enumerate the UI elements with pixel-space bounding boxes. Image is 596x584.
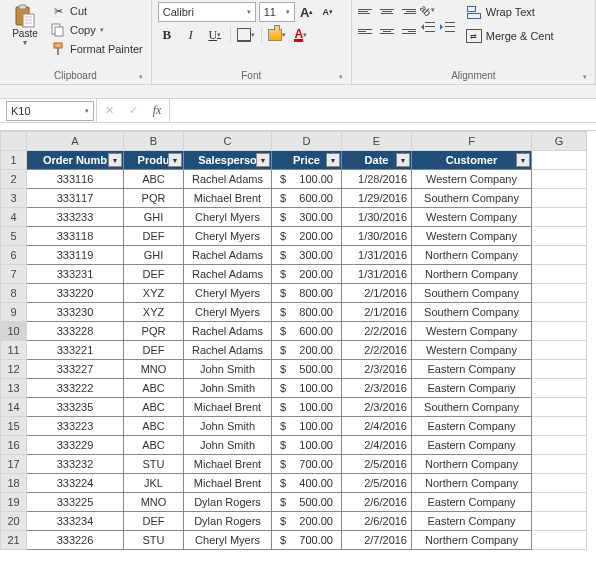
cell[interactable]: Eastern Company — [412, 512, 532, 531]
table-header-cell[interactable]: Produ▼ — [124, 151, 184, 170]
align-left-button[interactable] — [358, 22, 376, 40]
cell[interactable] — [532, 341, 587, 360]
cell[interactable]: Cheryl Myers — [184, 531, 272, 550]
column-header[interactable]: G — [532, 132, 587, 151]
cell[interactable] — [532, 379, 587, 398]
row-header[interactable]: 20 — [1, 512, 27, 531]
cell[interactable]: Eastern Company — [412, 493, 532, 512]
cell[interactable] — [532, 303, 587, 322]
cell[interactable]: 333119 — [27, 246, 124, 265]
cell[interactable]: 333224 — [27, 474, 124, 493]
row-header[interactable]: 16 — [1, 436, 27, 455]
cell[interactable] — [532, 227, 587, 246]
row-header[interactable]: 2 — [1, 170, 27, 189]
cell[interactable]: 333222 — [27, 379, 124, 398]
cell[interactable]: Cheryl Myers — [184, 227, 272, 246]
cell[interactable]: 333118 — [27, 227, 124, 246]
cell[interactable]: 333230 — [27, 303, 124, 322]
cell[interactable]: 333235 — [27, 398, 124, 417]
cell[interactable]: Western Company — [412, 227, 532, 246]
cell[interactable]: 2/5/2016 — [342, 455, 412, 474]
name-box[interactable]: K10▾ — [6, 101, 94, 121]
cell[interactable]: Northern Company — [412, 265, 532, 284]
cell[interactable]: $100.00 — [272, 436, 342, 455]
cell[interactable]: Rachel Adams — [184, 246, 272, 265]
cell[interactable]: 2/1/2016 — [342, 284, 412, 303]
cell[interactable]: 2/2/2016 — [342, 341, 412, 360]
filter-dropdown-icon[interactable]: ▼ — [108, 153, 122, 167]
cell[interactable]: Western Company — [412, 208, 532, 227]
cell[interactable]: $300.00 — [272, 208, 342, 227]
cell[interactable] — [532, 531, 587, 550]
cell[interactable] — [532, 246, 587, 265]
cell[interactable]: Rachel Adams — [184, 322, 272, 341]
row-header[interactable]: 1 — [1, 151, 27, 170]
cell[interactable]: Cheryl Myers — [184, 208, 272, 227]
cell[interactable]: JKL — [124, 474, 184, 493]
cell[interactable]: $200.00 — [272, 227, 342, 246]
cell[interactable]: Cheryl Myers — [184, 303, 272, 322]
row-header[interactable]: 8 — [1, 284, 27, 303]
cell[interactable]: Northern Company — [412, 455, 532, 474]
cell[interactable]: Dylan Rogers — [184, 493, 272, 512]
cell[interactable]: $100.00 — [272, 170, 342, 189]
table-header-cell[interactable]: Salesperso▼ — [184, 151, 272, 170]
cell[interactable]: Dylan Rogers — [184, 512, 272, 531]
cell[interactable]: 333228 — [27, 322, 124, 341]
cell[interactable]: 2/4/2016 — [342, 417, 412, 436]
cell[interactable]: 333234 — [27, 512, 124, 531]
cell[interactable] — [532, 493, 587, 512]
cell[interactable]: 1/30/2016 — [342, 227, 412, 246]
cell[interactable]: 2/1/2016 — [342, 303, 412, 322]
row-header[interactable]: 3 — [1, 189, 27, 208]
cell[interactable]: $600.00 — [272, 322, 342, 341]
cell[interactable]: 333232 — [27, 455, 124, 474]
cell[interactable]: $400.00 — [272, 474, 342, 493]
italic-button[interactable]: I — [182, 26, 200, 44]
cell[interactable]: Cheryl Myers — [184, 284, 272, 303]
cell[interactable]: $200.00 — [272, 265, 342, 284]
cell[interactable]: 333221 — [27, 341, 124, 360]
fill-color-button[interactable]: ▾ — [268, 26, 286, 44]
orientation-button[interactable]: ab▾ — [420, 2, 436, 18]
font-size-select[interactable]: 11▾ — [259, 2, 295, 22]
cell[interactable]: John Smith — [184, 417, 272, 436]
cell[interactable]: $100.00 — [272, 417, 342, 436]
cell[interactable]: DEF — [124, 227, 184, 246]
cell[interactable] — [532, 512, 587, 531]
merge-center-button[interactable]: ⇄Merge & Cent — [466, 26, 554, 46]
column-header[interactable]: F — [412, 132, 532, 151]
cell[interactable]: $800.00 — [272, 284, 342, 303]
cell[interactable]: 1/29/2016 — [342, 189, 412, 208]
cell[interactable]: Southern Company — [412, 303, 532, 322]
cell[interactable]: 1/28/2016 — [342, 170, 412, 189]
borders-button[interactable]: ▾ — [237, 26, 255, 44]
format-painter-button[interactable]: Format Painter — [48, 40, 145, 58]
cell[interactable] — [532, 474, 587, 493]
column-header[interactable]: C — [184, 132, 272, 151]
cell[interactable]: Michael Brent — [184, 189, 272, 208]
cell[interactable] — [532, 322, 587, 341]
cell[interactable]: John Smith — [184, 379, 272, 398]
cell[interactable]: Western Company — [412, 341, 532, 360]
row-header[interactable]: 17 — [1, 455, 27, 474]
row-header[interactable]: 11 — [1, 341, 27, 360]
cell[interactable]: Northern Company — [412, 474, 532, 493]
cell[interactable]: 333117 — [27, 189, 124, 208]
cell[interactable]: $100.00 — [272, 379, 342, 398]
cell[interactable]: 2/6/2016 — [342, 512, 412, 531]
cell[interactable]: $200.00 — [272, 512, 342, 531]
cell[interactable]: 333223 — [27, 417, 124, 436]
row-header[interactable]: 21 — [1, 531, 27, 550]
cell[interactable]: Michael Brent — [184, 455, 272, 474]
cell[interactable]: $700.00 — [272, 531, 342, 550]
cell[interactable] — [532, 208, 587, 227]
cell[interactable]: John Smith — [184, 360, 272, 379]
cell[interactable] — [532, 398, 587, 417]
filter-dropdown-icon[interactable]: ▼ — [168, 153, 182, 167]
cell[interactable]: 333226 — [27, 531, 124, 550]
cell[interactable]: Southern Company — [412, 189, 532, 208]
cell[interactable]: DEF — [124, 512, 184, 531]
cell[interactable]: 333225 — [27, 493, 124, 512]
filter-dropdown-icon[interactable]: ▼ — [256, 153, 270, 167]
